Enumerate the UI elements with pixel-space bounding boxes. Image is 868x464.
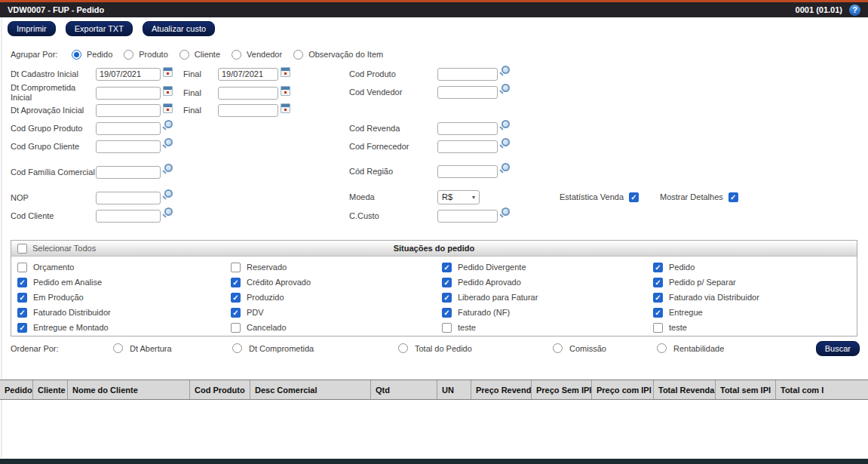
exportar-txt-button[interactable]: Exportar TXT	[66, 21, 133, 36]
version-label: 0001 (01.01)	[796, 5, 842, 14]
nop-label: NOP	[11, 193, 96, 203]
situacao-checkbox[interactable]	[653, 293, 663, 303]
mostrar-detalhes-flag: Mostrar Detalhes	[660, 192, 738, 202]
situacao-checkbox[interactable]	[231, 308, 241, 318]
ccusto-input[interactable]	[437, 210, 498, 223]
calendar-icon[interactable]	[281, 103, 290, 113]
lookup-search-icon[interactable]	[162, 164, 173, 174]
lookup-search-icon[interactable]	[499, 120, 510, 131]
agrupar-option-vendedor: Vendedor	[232, 50, 282, 60]
lookup-search-icon[interactable]	[499, 138, 510, 149]
cod-fornecedor-input[interactable]	[437, 140, 498, 153]
dt-cadastro-final-input[interactable]	[218, 68, 278, 81]
radio-label: Pedido	[87, 50, 112, 59]
situacao-checkbox[interactable]	[17, 263, 27, 272]
situacao-checkbox[interactable]	[17, 293, 27, 303]
buscar-button[interactable]: Buscar	[816, 341, 860, 356]
situacao-checkbox[interactable]	[231, 263, 241, 272]
lookup-search-icon[interactable]	[499, 207, 510, 218]
situacao-label: Faturado Distribuidor	[33, 308, 111, 317]
lookup-search-icon[interactable]	[162, 120, 173, 131]
calendar-icon[interactable]	[281, 67, 290, 77]
mostrar-detalhes-checkbox[interactable]	[728, 192, 738, 202]
cod-cliente-input[interactable]	[96, 210, 161, 223]
situacao-checkbox[interactable]	[442, 308, 452, 318]
cod-grupo-produto-input[interactable]	[96, 122, 161, 135]
situacao-checkbox[interactable]	[653, 308, 663, 318]
radio-label: Cliente	[195, 50, 220, 59]
radio-dt-comprometida[interactable]	[232, 343, 242, 353]
situacao-checkbox[interactable]	[653, 323, 663, 333]
lookup-search-icon[interactable]	[162, 138, 173, 149]
cod-grupo-cliente-input[interactable]	[96, 140, 161, 153]
situacao-checkbox[interactable]	[442, 323, 452, 333]
radio-cliente[interactable]	[179, 50, 189, 60]
moeda-select[interactable]: R$ ▾	[437, 190, 480, 204]
calendar-icon[interactable]	[281, 86, 290, 96]
situacao-checkbox[interactable]	[442, 293, 452, 303]
situacao-checkbox[interactable]	[653, 263, 663, 272]
situacao-label: Pedido p/ Separar	[669, 278, 736, 287]
situacao-checkbox[interactable]	[17, 278, 27, 287]
atualizar-custo-button[interactable]: Atualizar custo	[143, 21, 215, 36]
dt-cadastro-inicial-input[interactable]	[96, 68, 161, 81]
row-cod-cliente: Cod Cliente	[11, 208, 173, 223]
cod-vendedor-input[interactable]	[437, 86, 498, 99]
radio-vendedor[interactable]	[232, 50, 241, 60]
row-dt-aprovacao: Dt Aprovação Inicial Final	[11, 103, 290, 118]
dt-aprovacao-inicial-input[interactable]	[96, 104, 161, 117]
situacao-checkbox[interactable]	[442, 278, 452, 287]
cod-produto-input[interactable]	[437, 68, 498, 81]
situacao-checkbox[interactable]	[442, 263, 452, 272]
lookup-search-icon[interactable]	[162, 207, 173, 218]
dt-comprometida-inicial-input[interactable]	[96, 87, 161, 100]
situacao-item: Produzido	[231, 290, 442, 305]
situacao-label: Cancelado	[247, 323, 287, 332]
cod-regiao-input[interactable]	[437, 165, 498, 178]
nop-input[interactable]	[96, 192, 161, 204]
situacao-label: Em Produção	[33, 293, 84, 302]
dt-aprovacao-final-input[interactable]	[218, 104, 278, 117]
column-header: Total sem IPI	[716, 380, 776, 399]
radio-rentabilidade[interactable]	[657, 343, 667, 353]
lookup-search-icon[interactable]	[499, 84, 510, 94]
calendar-icon[interactable]	[163, 86, 173, 96]
calendar-icon[interactable]	[163, 103, 173, 113]
help-icon[interactable]: ?	[849, 5, 860, 16]
agrupar-option-produto: Produto	[124, 50, 168, 60]
lookup-search-icon[interactable]	[499, 66, 510, 76]
bottom-bar	[0, 459, 868, 464]
radio-pedido[interactable]	[72, 50, 81, 60]
ccusto-label: C.Custo	[349, 211, 437, 220]
dt-comprometida-final-input[interactable]	[218, 87, 278, 100]
app-window: VDW0007 - FUP - Pedido 0001 (01.01) ? Im…	[0, 0, 868, 464]
radio-produto[interactable]	[124, 50, 133, 60]
dt-comprometida-label: Dt Comprometida Inicial	[11, 83, 96, 103]
lookup-search-icon[interactable]	[162, 189, 173, 200]
radio-label: Dt Abertura	[130, 344, 172, 353]
estatistica-venda-checkbox[interactable]	[629, 192, 639, 202]
selecionar-todos-checkbox[interactable]	[17, 244, 27, 254]
selecionar-todos: Selecionar Todos	[17, 244, 96, 254]
cod-familia-input[interactable]	[96, 166, 161, 179]
calendar-icon[interactable]	[163, 67, 173, 77]
situacao-checkbox[interactable]	[231, 323, 241, 333]
column-header: Cliente	[33, 380, 68, 399]
radio-dt-abertura[interactable]	[113, 343, 123, 353]
column-header: Nome do Cliente	[68, 380, 190, 399]
situacao-checkbox[interactable]	[231, 278, 241, 287]
lookup-search-icon[interactable]	[499, 163, 510, 174]
cod-revenda-input[interactable]	[437, 122, 498, 135]
radio-total-pedido[interactable]	[398, 343, 408, 353]
imprimir-button[interactable]: Imprimir	[8, 21, 56, 36]
situacao-checkbox[interactable]	[17, 323, 27, 333]
situacao-item: Faturado via Distribuidor	[653, 290, 857, 305]
situacao-checkbox[interactable]	[653, 278, 663, 287]
radio-comissao[interactable]	[553, 343, 563, 353]
radio-observacao-item[interactable]	[293, 50, 303, 60]
situacao-checkbox[interactable]	[17, 308, 27, 318]
cod-regiao-label: Cód Região	[349, 167, 437, 176]
situacao-checkbox[interactable]	[231, 293, 241, 303]
ordenar-por-label: Ordenar Por:	[11, 344, 59, 353]
final-label: Final	[183, 88, 218, 97]
